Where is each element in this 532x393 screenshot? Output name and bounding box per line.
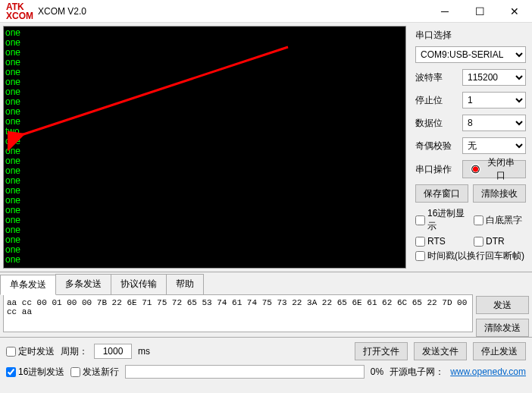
terminal-line: one xyxy=(5,206,404,215)
terminal-line: one xyxy=(5,38,404,48)
stop-label: 停止位 xyxy=(415,94,458,107)
data-select[interactable]: 8 xyxy=(462,115,526,131)
timed-send-checkbox[interactable]: 定时发送 xyxy=(6,345,55,358)
white-bg-checkbox[interactable]: 白底黑字 xyxy=(474,207,526,233)
progress-bar xyxy=(125,365,364,379)
port-select[interactable]: COM9:USB-SERIAL xyxy=(415,46,526,63)
terminal-line: one xyxy=(5,77,404,87)
maximize-button[interactable]: ☐ xyxy=(462,0,497,23)
tab-2[interactable]: 协议传输 xyxy=(111,274,167,294)
terminal-line: one xyxy=(5,87,404,97)
hex-send-checkbox[interactable]: 16进制发送 xyxy=(6,366,64,379)
terminal-line: one xyxy=(5,28,404,38)
app-logo: ATKXCOM xyxy=(6,2,33,20)
terminal-line: one xyxy=(5,107,404,117)
period-label: 周期： xyxy=(61,345,88,358)
hex-display-checkbox[interactable]: 16进制显示 xyxy=(415,207,468,233)
link-label: 开源电子网： xyxy=(390,366,444,379)
terminal-line: one xyxy=(5,166,404,176)
terminal-line: one xyxy=(5,215,404,225)
terminal-line: one xyxy=(5,117,404,127)
save-window-button[interactable]: 保存窗口 xyxy=(415,184,468,203)
rts-checkbox[interactable]: RTS xyxy=(415,236,468,247)
terminal-line: one xyxy=(5,225,404,235)
period-input[interactable] xyxy=(94,344,132,359)
timestamp-checkbox[interactable]: 时间戳(以换行回车断帧) xyxy=(415,250,526,263)
baud-select[interactable]: 115200 xyxy=(462,69,526,86)
port-group-label: 串口选择 xyxy=(415,29,526,42)
stop-send-button[interactable]: 停止发送 xyxy=(473,342,526,360)
terminal-line: one xyxy=(5,97,404,107)
terminal-line: two xyxy=(5,127,404,137)
record-icon xyxy=(471,164,480,174)
terminal-line: one xyxy=(5,235,404,245)
minimize-button[interactable]: ─ xyxy=(427,0,462,23)
tab-1[interactable]: 多条发送 xyxy=(55,274,111,294)
period-unit: ms xyxy=(138,346,150,357)
open-file-button[interactable]: 打开文件 xyxy=(355,342,408,360)
terminal-line: one xyxy=(5,156,404,166)
terminal-line: one xyxy=(5,58,404,68)
stop-select[interactable]: 1 xyxy=(462,92,526,108)
data-label: 数据位 xyxy=(415,117,458,130)
website-link[interactable]: www.openedv.com xyxy=(450,366,526,377)
terminal-line: one xyxy=(5,196,404,206)
send-file-button[interactable]: 发送文件 xyxy=(414,342,467,360)
terminal-line: one xyxy=(5,245,404,255)
clear-send-button[interactable]: 清除发送 xyxy=(476,319,529,337)
baud-label: 波特率 xyxy=(415,71,458,84)
tab-3[interactable]: 帮助 xyxy=(166,274,204,294)
tab-0[interactable]: 单条发送 xyxy=(0,275,56,295)
parity-label: 奇偶校验 xyxy=(415,140,458,152)
dtr-checkbox[interactable]: DTR xyxy=(474,236,526,247)
terminal-line: one xyxy=(5,186,404,196)
terminal-output[interactable]: oneoneoneoneoneoneoneoneoneonetwooneoneo… xyxy=(3,26,406,269)
window-title: XCOM V2.0 xyxy=(38,6,86,17)
send-newline-checkbox[interactable]: 发送新行 xyxy=(70,366,119,379)
parity-select[interactable]: 无 xyxy=(462,137,526,154)
op-label: 串口操作 xyxy=(415,163,458,176)
clear-recv-button[interactable]: 清除接收 xyxy=(473,184,526,203)
terminal-line: one xyxy=(5,137,404,146)
terminal-line: one xyxy=(5,176,404,186)
send-button[interactable]: 发送 xyxy=(476,296,529,314)
send-textarea[interactable] xyxy=(3,294,473,332)
terminal-line: one xyxy=(5,68,404,77)
terminal-line: one xyxy=(5,48,404,58)
progress-text: 0% xyxy=(371,366,383,377)
terminal-line: one xyxy=(5,255,404,265)
terminal-line: one xyxy=(5,146,404,156)
close-button[interactable]: ✕ xyxy=(497,0,532,23)
port-toggle-button[interactable]: 关闭串口 xyxy=(462,160,526,178)
